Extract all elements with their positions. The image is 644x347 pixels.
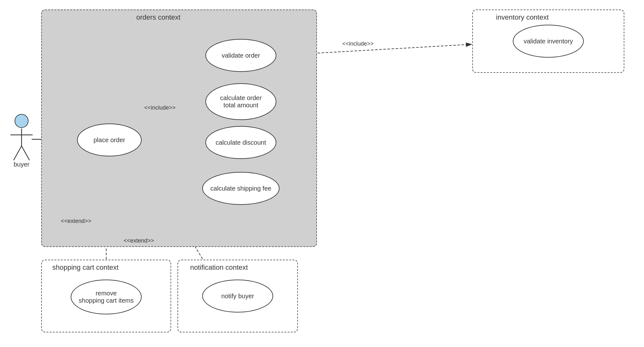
notification-context-label: notification context [190,263,248,272]
include-label-2: <<include>> [342,41,374,47]
use-case-remove-cart-items: remove shopping cart items [71,280,142,314]
include-label-1: <<include>> [144,104,176,111]
actor-head [15,114,29,128]
use-case-calculate-discount: calculate discount [205,126,276,159]
buyer-actor: buyer [9,114,34,168]
svg-line-4 [14,146,22,160]
use-case-validate-order: validate order [205,39,276,72]
svg-line-5 [22,146,29,160]
use-case-notify-buyer: notify buyer [202,280,273,312]
shopping-cart-context-label: shopping cart context [52,263,119,272]
use-case-validate-inventory: validate inventory [513,25,584,58]
orders-context-label: orders context [136,13,180,22]
actor-label: buyer [14,161,29,168]
use-case-calculate-shipping: calculate shipping fee [202,172,280,205]
extend-label-2: <<extend>> [124,237,154,244]
inventory-context-label: inventory context [496,13,549,22]
use-case-place-order: place order [77,123,142,156]
use-case-calculate-total: calculate order total amount [205,83,276,120]
diagram-container: orders context inventory context shoppin… [0,0,644,347]
orders-context-box [41,9,317,247]
extend-label-1: <<extend>> [61,218,91,224]
